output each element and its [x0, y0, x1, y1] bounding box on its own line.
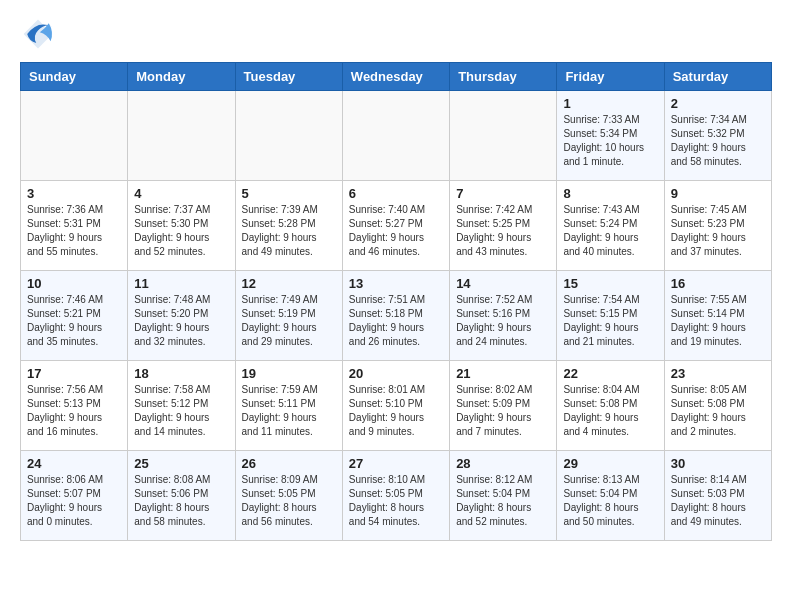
day-info: Sunrise: 7:43 AM Sunset: 5:24 PM Dayligh…: [563, 203, 657, 259]
calendar-cell: 2Sunrise: 7:34 AM Sunset: 5:32 PM Daylig…: [664, 91, 771, 181]
day-number: 12: [242, 276, 336, 291]
calendar-cell: 20Sunrise: 8:01 AM Sunset: 5:10 PM Dayli…: [342, 361, 449, 451]
calendar-week-0: 1Sunrise: 7:33 AM Sunset: 5:34 PM Daylig…: [21, 91, 772, 181]
day-info: Sunrise: 8:10 AM Sunset: 5:05 PM Dayligh…: [349, 473, 443, 529]
calendar-cell: 27Sunrise: 8:10 AM Sunset: 5:05 PM Dayli…: [342, 451, 449, 541]
day-number: 18: [134, 366, 228, 381]
day-number: 4: [134, 186, 228, 201]
calendar-week-4: 24Sunrise: 8:06 AM Sunset: 5:07 PM Dayli…: [21, 451, 772, 541]
day-info: Sunrise: 7:37 AM Sunset: 5:30 PM Dayligh…: [134, 203, 228, 259]
day-number: 1: [563, 96, 657, 111]
day-info: Sunrise: 8:06 AM Sunset: 5:07 PM Dayligh…: [27, 473, 121, 529]
day-info: Sunrise: 7:49 AM Sunset: 5:19 PM Dayligh…: [242, 293, 336, 349]
day-number: 27: [349, 456, 443, 471]
calendar-cell: 24Sunrise: 8:06 AM Sunset: 5:07 PM Dayli…: [21, 451, 128, 541]
calendar-dow-wednesday: Wednesday: [342, 63, 449, 91]
calendar-table: SundayMondayTuesdayWednesdayThursdayFrid…: [20, 62, 772, 541]
day-number: 6: [349, 186, 443, 201]
day-number: 30: [671, 456, 765, 471]
day-number: 8: [563, 186, 657, 201]
calendar-cell: 6Sunrise: 7:40 AM Sunset: 5:27 PM Daylig…: [342, 181, 449, 271]
header: [20, 16, 772, 52]
calendar-cell: 10Sunrise: 7:46 AM Sunset: 5:21 PM Dayli…: [21, 271, 128, 361]
day-number: 23: [671, 366, 765, 381]
day-number: 5: [242, 186, 336, 201]
calendar-cell: 25Sunrise: 8:08 AM Sunset: 5:06 PM Dayli…: [128, 451, 235, 541]
day-info: Sunrise: 8:08 AM Sunset: 5:06 PM Dayligh…: [134, 473, 228, 529]
calendar-cell: 28Sunrise: 8:12 AM Sunset: 5:04 PM Dayli…: [450, 451, 557, 541]
day-info: Sunrise: 7:48 AM Sunset: 5:20 PM Dayligh…: [134, 293, 228, 349]
day-info: Sunrise: 7:42 AM Sunset: 5:25 PM Dayligh…: [456, 203, 550, 259]
calendar-cell: 21Sunrise: 8:02 AM Sunset: 5:09 PM Dayli…: [450, 361, 557, 451]
calendar-cell: 15Sunrise: 7:54 AM Sunset: 5:15 PM Dayli…: [557, 271, 664, 361]
day-number: 13: [349, 276, 443, 291]
day-info: Sunrise: 7:56 AM Sunset: 5:13 PM Dayligh…: [27, 383, 121, 439]
calendar-cell: 13Sunrise: 7:51 AM Sunset: 5:18 PM Dayli…: [342, 271, 449, 361]
calendar-cell: 26Sunrise: 8:09 AM Sunset: 5:05 PM Dayli…: [235, 451, 342, 541]
calendar-dow-monday: Monday: [128, 63, 235, 91]
day-info: Sunrise: 7:55 AM Sunset: 5:14 PM Dayligh…: [671, 293, 765, 349]
calendar-dow-saturday: Saturday: [664, 63, 771, 91]
calendar-cell: 1Sunrise: 7:33 AM Sunset: 5:34 PM Daylig…: [557, 91, 664, 181]
day-number: 19: [242, 366, 336, 381]
day-number: 7: [456, 186, 550, 201]
calendar-dow-thursday: Thursday: [450, 63, 557, 91]
day-number: 14: [456, 276, 550, 291]
calendar-cell: 23Sunrise: 8:05 AM Sunset: 5:08 PM Dayli…: [664, 361, 771, 451]
calendar-dow-sunday: Sunday: [21, 63, 128, 91]
day-info: Sunrise: 7:58 AM Sunset: 5:12 PM Dayligh…: [134, 383, 228, 439]
day-info: Sunrise: 8:02 AM Sunset: 5:09 PM Dayligh…: [456, 383, 550, 439]
day-info: Sunrise: 7:52 AM Sunset: 5:16 PM Dayligh…: [456, 293, 550, 349]
calendar-cell: 22Sunrise: 8:04 AM Sunset: 5:08 PM Dayli…: [557, 361, 664, 451]
day-number: 21: [456, 366, 550, 381]
calendar-cell: 5Sunrise: 7:39 AM Sunset: 5:28 PM Daylig…: [235, 181, 342, 271]
calendar-cell: 18Sunrise: 7:58 AM Sunset: 5:12 PM Dayli…: [128, 361, 235, 451]
calendar-cell: [235, 91, 342, 181]
day-info: Sunrise: 8:14 AM Sunset: 5:03 PM Dayligh…: [671, 473, 765, 529]
calendar-cell: 17Sunrise: 7:56 AM Sunset: 5:13 PM Dayli…: [21, 361, 128, 451]
logo-icon: [20, 16, 56, 52]
calendar-week-2: 10Sunrise: 7:46 AM Sunset: 5:21 PM Dayli…: [21, 271, 772, 361]
calendar-cell: [128, 91, 235, 181]
day-number: 17: [27, 366, 121, 381]
logo: [20, 16, 60, 52]
calendar-cell: 4Sunrise: 7:37 AM Sunset: 5:30 PM Daylig…: [128, 181, 235, 271]
day-info: Sunrise: 7:39 AM Sunset: 5:28 PM Dayligh…: [242, 203, 336, 259]
day-number: 9: [671, 186, 765, 201]
day-info: Sunrise: 8:13 AM Sunset: 5:04 PM Dayligh…: [563, 473, 657, 529]
day-info: Sunrise: 8:05 AM Sunset: 5:08 PM Dayligh…: [671, 383, 765, 439]
calendar-cell: [342, 91, 449, 181]
day-number: 10: [27, 276, 121, 291]
calendar-cell: 8Sunrise: 7:43 AM Sunset: 5:24 PM Daylig…: [557, 181, 664, 271]
calendar-cell: 14Sunrise: 7:52 AM Sunset: 5:16 PM Dayli…: [450, 271, 557, 361]
page: SundayMondayTuesdayWednesdayThursdayFrid…: [0, 0, 792, 561]
calendar-cell: 29Sunrise: 8:13 AM Sunset: 5:04 PM Dayli…: [557, 451, 664, 541]
calendar-header-row: SundayMondayTuesdayWednesdayThursdayFrid…: [21, 63, 772, 91]
day-info: Sunrise: 7:59 AM Sunset: 5:11 PM Dayligh…: [242, 383, 336, 439]
day-info: Sunrise: 7:36 AM Sunset: 5:31 PM Dayligh…: [27, 203, 121, 259]
day-info: Sunrise: 7:40 AM Sunset: 5:27 PM Dayligh…: [349, 203, 443, 259]
calendar-cell: [450, 91, 557, 181]
calendar-cell: 30Sunrise: 8:14 AM Sunset: 5:03 PM Dayli…: [664, 451, 771, 541]
calendar-dow-tuesday: Tuesday: [235, 63, 342, 91]
day-info: Sunrise: 8:09 AM Sunset: 5:05 PM Dayligh…: [242, 473, 336, 529]
calendar-cell: 19Sunrise: 7:59 AM Sunset: 5:11 PM Dayli…: [235, 361, 342, 451]
day-info: Sunrise: 8:04 AM Sunset: 5:08 PM Dayligh…: [563, 383, 657, 439]
day-info: Sunrise: 7:45 AM Sunset: 5:23 PM Dayligh…: [671, 203, 765, 259]
day-number: 15: [563, 276, 657, 291]
day-number: 11: [134, 276, 228, 291]
calendar-cell: 16Sunrise: 7:55 AM Sunset: 5:14 PM Dayli…: [664, 271, 771, 361]
calendar-week-1: 3Sunrise: 7:36 AM Sunset: 5:31 PM Daylig…: [21, 181, 772, 271]
day-number: 22: [563, 366, 657, 381]
calendar-cell: [21, 91, 128, 181]
calendar-cell: 9Sunrise: 7:45 AM Sunset: 5:23 PM Daylig…: [664, 181, 771, 271]
day-number: 20: [349, 366, 443, 381]
day-info: Sunrise: 7:34 AM Sunset: 5:32 PM Dayligh…: [671, 113, 765, 169]
day-number: 29: [563, 456, 657, 471]
calendar-cell: 3Sunrise: 7:36 AM Sunset: 5:31 PM Daylig…: [21, 181, 128, 271]
calendar-cell: 12Sunrise: 7:49 AM Sunset: 5:19 PM Dayli…: [235, 271, 342, 361]
day-info: Sunrise: 7:33 AM Sunset: 5:34 PM Dayligh…: [563, 113, 657, 169]
day-number: 16: [671, 276, 765, 291]
calendar-cell: 11Sunrise: 7:48 AM Sunset: 5:20 PM Dayli…: [128, 271, 235, 361]
day-info: Sunrise: 7:51 AM Sunset: 5:18 PM Dayligh…: [349, 293, 443, 349]
